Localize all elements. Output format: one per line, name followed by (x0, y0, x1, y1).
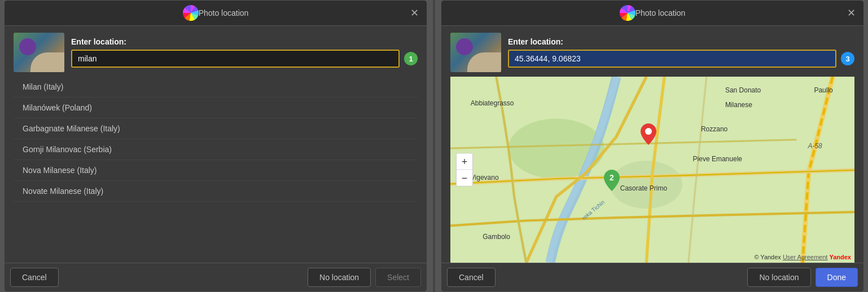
select-button-1[interactable]: Select (375, 268, 421, 287)
map-label-san-donato: San Donato (725, 86, 761, 94)
map-label-milanese-san: Milanese (725, 101, 752, 109)
user-agreement-link[interactable]: User Agreement (783, 254, 827, 260)
map-label-pieve-emanuele: Pieve Emanuele (693, 155, 742, 163)
step-badge-1: 1 (404, 52, 418, 65)
photo-thumbnail-1 (14, 33, 64, 72)
app-icon-1 (183, 5, 199, 21)
location-input-1[interactable] (71, 50, 400, 68)
suggestion-item-milan-italy[interactable]: Milan (Italy) (14, 77, 418, 98)
location-input-2[interactable] (508, 50, 836, 68)
close-button-2[interactable]: ✕ (847, 8, 856, 18)
no-location-button-2[interactable]: No location (747, 268, 810, 287)
cancel-button-2[interactable]: Cancel (447, 268, 496, 287)
map-label-a58: A-58 (808, 142, 822, 150)
app-icon-2 (620, 5, 635, 21)
map-pin-red (641, 123, 656, 147)
suggestion-item-novate[interactable]: Novate Milanese (Italy) (14, 181, 418, 202)
suggestion-item-gornji[interactable]: Gornji Milanovac (Serbia) (14, 139, 418, 160)
photo-location-dialog-2: Photo location ✕ Enter location: 3 (441, 0, 864, 292)
map-label-rozzano: Rozzano (701, 125, 727, 133)
dialog-1-title: Photo location (199, 8, 249, 17)
footer-right-2: No location Done (747, 268, 858, 287)
divider (433, 0, 435, 292)
dialog-2-title: Photo location (635, 8, 686, 17)
map-label-paullo: Paullo (814, 86, 832, 94)
suggestions-list: Milan (Italy) Milanówek (Poland) Garbagn… (14, 77, 418, 256)
dialog-1-footer: Cancel No location Select (5, 263, 427, 291)
enter-label-2: Enter location: (508, 37, 854, 46)
dialog-2-body: Enter location: 3 (441, 26, 863, 263)
footer-right-1: No location Select (308, 268, 421, 287)
zoom-in-button[interactable]: + (457, 154, 472, 170)
yandex-logo: Yandex (829, 254, 851, 260)
svg-point-3 (645, 128, 652, 135)
map-label-abbiategrasso: Abbiategrasso (471, 99, 514, 107)
dialog-2-footer: Cancel No location Done (441, 263, 863, 291)
map-pin-green: 2 (604, 170, 620, 193)
photo-row-2: Enter location: 3 (450, 33, 854, 72)
map-zoom-controls: + − (456, 153, 473, 187)
photo-location-dialog-1: Photo location ✕ Enter location: 1 Milan… (4, 0, 427, 292)
dialog-1-header: Photo location ✕ (5, 1, 427, 26)
input-row-2: 3 (508, 50, 854, 68)
dialog-2-header: Photo location ✕ (441, 1, 863, 26)
suggestion-item-milanowek[interactable]: Milanówek (Poland) (14, 98, 418, 118)
input-row-1: 1 (71, 50, 418, 68)
map-label-gambolo: Gambolo (483, 233, 510, 241)
step-badge-2: 3 (841, 52, 854, 65)
svg-text:2: 2 (610, 173, 614, 182)
map-label-vigevano: Vigevano (471, 174, 499, 182)
no-location-button-1[interactable]: No location (308, 268, 371, 287)
photo-thumbnail-2 (450, 33, 501, 72)
map-area[interactable]: Abbiategrasso San Donato Milanese Paullo… (450, 77, 854, 263)
suggestion-item-nova[interactable]: Nova Milanese (Italy) (14, 160, 418, 181)
close-button-1[interactable]: ✕ (410, 8, 419, 18)
map-label-casorate: Casorate Primo (620, 184, 667, 192)
photo-row-1: Enter location: 1 (14, 33, 418, 72)
cancel-button-1[interactable]: Cancel (10, 268, 59, 287)
done-button[interactable]: Done (816, 268, 858, 287)
enter-label-1: Enter location: (71, 37, 418, 46)
zoom-out-button[interactable]: − (457, 170, 472, 186)
dialog-1-body: Enter location: 1 Milan (Italy) Milanówe… (5, 26, 427, 263)
suggestion-item-garbagnate[interactable]: Garbagnate Milanese (Italy) (14, 118, 418, 139)
map-attribution: © Yandex User Agreement Yandex (754, 254, 851, 260)
